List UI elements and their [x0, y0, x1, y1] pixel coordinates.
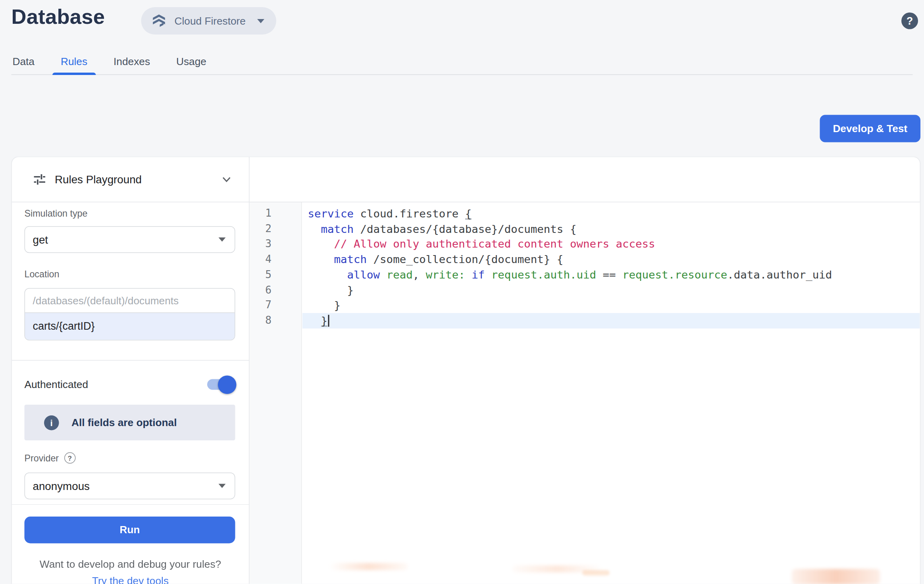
provider-label: Provider [25, 453, 59, 463]
panel-editor-divider [249, 157, 250, 584]
code-token: } [308, 299, 341, 311]
authenticated-row: Authenticated [25, 373, 235, 396]
code-token: } [308, 284, 354, 296]
location-label: Location [25, 269, 60, 280]
firestore-rules-page: Database Cloud Firestore ? DataRulesInde… [0, 0, 924, 584]
line-number: 4 [250, 252, 302, 267]
help-icon: ? [907, 15, 913, 27]
code-line[interactable]: // Allow only authenticated content owne… [302, 236, 920, 252]
code-token: if [472, 268, 485, 281]
code-token: /databases/{database}/documents { [354, 223, 576, 235]
tune-icon [33, 173, 46, 186]
info-banner-text: All fields are optional [71, 416, 177, 429]
location-suggestion-value: carts/{cartID} [33, 320, 95, 333]
code-token: cloud.firestore [354, 207, 465, 220]
provider-value: anonymous [33, 479, 90, 492]
rules-playground-title: Rules Playground [55, 173, 142, 186]
chevron-down-icon [219, 484, 226, 488]
product-selector-label: Cloud Firestore [175, 15, 246, 27]
chevron-down-icon [257, 19, 264, 23]
code-token [485, 268, 491, 281]
rules-playground-panel: Simulation type get Location /databases/… [12, 202, 249, 584]
rules-code-editor[interactable]: 12345678 service cloud.firestore { match… [250, 202, 920, 584]
code-token [380, 268, 387, 281]
card-body: Simulation type get Location /databases/… [12, 202, 920, 584]
info-banner: i All fields are optional [25, 405, 235, 440]
code-area[interactable]: service cloud.firestore { match /databas… [302, 202, 920, 584]
toggle-knob [218, 375, 237, 394]
rules-playground-header[interactable]: Rules Playground [12, 157, 249, 202]
simulation-type-label: Simulation type [25, 208, 88, 219]
code-token [308, 223, 321, 235]
section-divider [12, 504, 249, 505]
page-title: Database [12, 5, 105, 29]
provider-select[interactable]: anonymous [25, 473, 235, 499]
rules-card: Rules Playground Simulation type get Loc… [12, 157, 921, 584]
tab-rules[interactable]: Rules [61, 49, 87, 75]
chevron-down-icon[interactable] [221, 174, 233, 185]
card-header-strip: Rules Playground [12, 157, 920, 202]
chevron-down-icon [219, 238, 226, 242]
code-token: allow [347, 268, 380, 281]
run-button[interactable]: Run [25, 517, 235, 544]
line-number: 5 [250, 267, 302, 282]
authenticated-toggle[interactable] [207, 379, 235, 390]
code-line[interactable]: match /some_collection/{document} { [302, 252, 920, 267]
code-token: request.resource [622, 268, 727, 281]
devtools-link[interactable]: Try the dev tools [92, 575, 169, 584]
code-token: match [321, 223, 354, 235]
code-token: write: [426, 268, 465, 281]
code-line[interactable]: } [302, 313, 920, 328]
location-placeholder: /databases/(default)/documents [33, 294, 179, 307]
location-field: /databases/(default)/documents carts/{ca… [25, 288, 235, 340]
line-numbers-gutter: 12345678 [250, 202, 302, 584]
develop-test-button[interactable]: Develop & Test [820, 115, 921, 142]
help-button[interactable]: ? [901, 13, 918, 29]
code-token: .data.author_uid [727, 268, 832, 281]
code-token: match [334, 253, 367, 266]
code-token: // Allow only authenticated content owne… [334, 238, 655, 250]
code-line[interactable]: match /databases/{database}/documents { [302, 221, 920, 237]
code-token: read [387, 268, 413, 281]
code-token: == [596, 268, 622, 281]
line-number: 3 [250, 236, 302, 252]
line-number: 7 [250, 298, 302, 313]
tab-bar: DataRulesIndexesUsage [12, 49, 913, 75]
line-number: 1 [250, 206, 302, 221]
line-number: 8 [250, 313, 302, 328]
provider-label-row: Provider ? [25, 452, 76, 464]
code-token [308, 253, 334, 266]
code-token [308, 314, 321, 327]
line-number: 2 [250, 221, 302, 237]
code-token: request.auth.uid [491, 268, 596, 281]
firestore-icon [151, 13, 167, 29]
code-token [465, 268, 472, 281]
authenticated-label: Authenticated [25, 378, 89, 391]
section-divider [12, 360, 249, 361]
code-token: , [413, 268, 426, 281]
code-line[interactable]: allow read, write: if request.auth.uid =… [302, 267, 920, 282]
tab-data[interactable]: Data [13, 49, 35, 75]
code-line[interactable]: } [302, 298, 920, 313]
code-token: } [321, 314, 328, 327]
tab-usage[interactable]: Usage [176, 49, 206, 75]
simulation-type-value: get [33, 233, 48, 246]
location-suggestion-item[interactable]: carts/{cartID} [25, 313, 235, 340]
code-token [308, 268, 347, 281]
line-number: 6 [250, 282, 302, 298]
code-token: service [308, 207, 354, 220]
code-line[interactable]: service cloud.firestore { [302, 206, 920, 221]
provider-help-icon[interactable]: ? [64, 452, 76, 464]
code-token: /some_collection/{document} { [367, 253, 563, 266]
location-input[interactable]: /databases/(default)/documents [25, 289, 235, 313]
product-selector-dropdown[interactable]: Cloud Firestore [141, 7, 276, 35]
code-token: { [465, 207, 472, 220]
info-icon: i [44, 415, 59, 430]
text-cursor [328, 315, 329, 327]
simulation-type-select[interactable]: get [25, 226, 235, 253]
code-line[interactable]: } [302, 282, 920, 298]
tab-indexes[interactable]: Indexes [114, 49, 150, 75]
devtools-question: Want to develop and debug your rules? [12, 558, 249, 571]
code-token [308, 238, 334, 250]
